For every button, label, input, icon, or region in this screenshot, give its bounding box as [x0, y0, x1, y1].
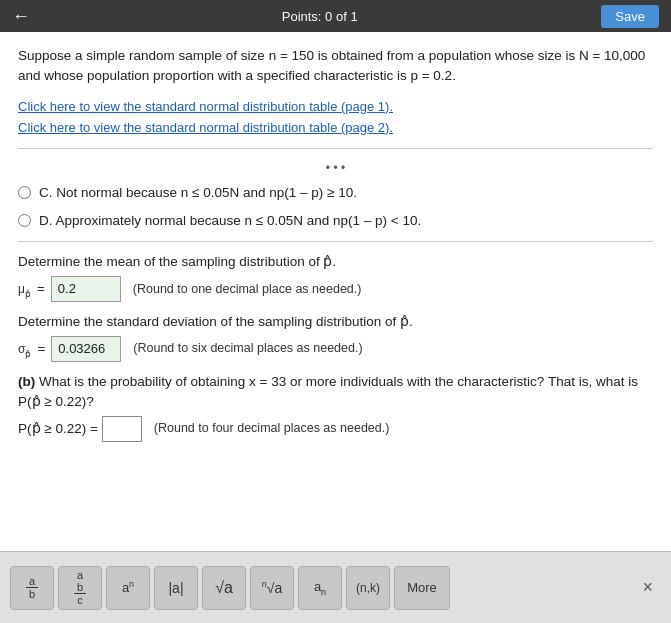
content-area: Suppose a simple random sample of size n… — [0, 32, 671, 551]
more-button[interactable]: More — [394, 566, 450, 610]
more-label: More — [407, 580, 437, 595]
prob-input-box[interactable] — [102, 416, 142, 442]
prob-note: (Round to four decimal places as needed.… — [154, 419, 390, 438]
mean-label: μp̂ — [18, 280, 33, 298]
option-d-label: D. Approximately normal because n ≤ 0.05… — [39, 211, 421, 231]
prob-label: P(p̂ ≥ 0.22) = — [18, 419, 98, 439]
sqrt-button[interactable]: √a — [202, 566, 246, 610]
sd-answer-row: σp̂ = 0.03266 (Round to six decimal plac… — [18, 336, 653, 362]
mean-answer-row: μp̂ = 0.2 (Round to one decimal place as… — [18, 276, 653, 302]
mean-question: Determine the mean of the sampling distr… — [18, 252, 653, 272]
option-c-row: C. Not normal because n ≤ 0.05N and np(1… — [18, 183, 653, 203]
expand-dots: • • • — [18, 159, 653, 177]
toolbar-buttons: a b a b c an |a| √a n√a — [10, 566, 450, 610]
nthroot-button[interactable]: n√a — [250, 566, 294, 610]
close-icon: × — [642, 577, 653, 597]
back-arrow[interactable]: ← — [12, 6, 30, 27]
option-d-row: D. Approximately normal because n ≤ 0.05… — [18, 211, 653, 231]
sd-note: (Round to six decimal places as needed.) — [133, 339, 362, 358]
superscript-button[interactable]: an — [106, 566, 150, 610]
binomial-button[interactable]: (n,k) — [346, 566, 390, 610]
math-toolbar: a b a b c an |a| √a n√a — [0, 551, 671, 623]
problem-text: Suppose a simple random sample of size n… — [18, 46, 653, 87]
option-c-radio[interactable] — [18, 186, 31, 199]
link-page1[interactable]: Click here to view the standard normal d… — [18, 97, 653, 117]
fraction-button[interactable]: a b — [10, 566, 54, 610]
save-button[interactable]: Save — [601, 5, 659, 28]
sd-question: Determine the standard deviation of the … — [18, 312, 653, 332]
mean-equals: = — [37, 279, 45, 299]
mean-note: (Round to one decimal place as needed.) — [133, 280, 362, 299]
mean-value-box: 0.2 — [51, 276, 121, 302]
sd-sublabel: p̂ — [25, 349, 31, 359]
mean-sublabel: p̂ — [25, 289, 31, 299]
option-c-label: C. Not normal because n ≤ 0.05N and np(1… — [39, 183, 357, 203]
prob-answer-row: P(p̂ ≥ 0.22) = (Round to four decimal pl… — [18, 416, 653, 442]
toolbar-close-button[interactable]: × — [634, 573, 661, 602]
absolute-value-button[interactable]: |a| — [154, 566, 198, 610]
divider2 — [18, 241, 653, 242]
subscript-button[interactable]: an — [298, 566, 342, 610]
link-page2[interactable]: Click here to view the standard normal d… — [18, 118, 653, 138]
option-d-radio[interactable] — [18, 214, 31, 227]
sd-label: σp̂ — [18, 340, 33, 358]
divider1 — [18, 148, 653, 149]
points-label: Points: 0 of 1 — [282, 9, 358, 24]
top-bar: ← Points: 0 of 1 Save — [0, 0, 671, 32]
mixed-fraction-button[interactable]: a b c — [58, 566, 102, 610]
sd-value-box: 0.03266 — [51, 336, 121, 362]
part-b-text: (b) What is the probability of obtaining… — [18, 372, 653, 413]
sd-equals: = — [37, 339, 45, 359]
